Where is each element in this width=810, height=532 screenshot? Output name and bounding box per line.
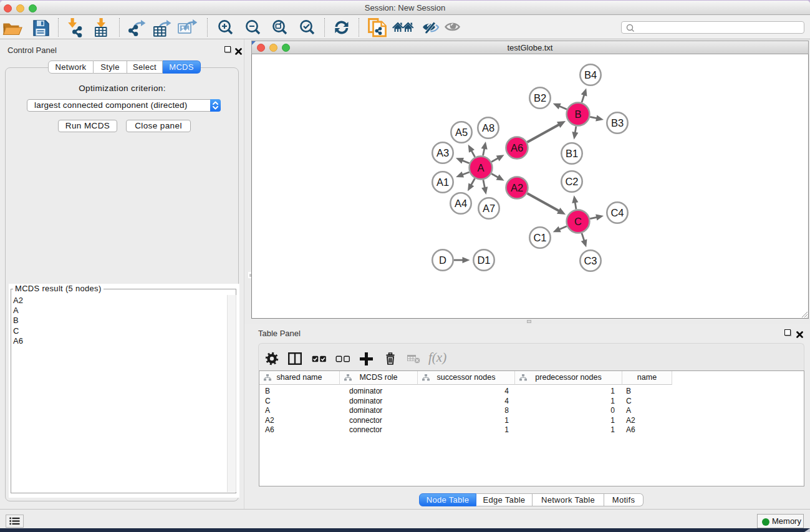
svg-text:A1: A1 bbox=[436, 177, 449, 188]
svg-text:B3: B3 bbox=[611, 117, 624, 128]
svg-text:A6: A6 bbox=[511, 142, 523, 153]
svg-text:A2: A2 bbox=[511, 182, 523, 193]
svg-text:B1: B1 bbox=[566, 148, 578, 159]
svg-text:B4: B4 bbox=[584, 69, 597, 80]
svg-text:A7: A7 bbox=[483, 203, 495, 214]
svg-text:C: C bbox=[574, 216, 582, 227]
svg-text:B: B bbox=[574, 109, 581, 120]
svg-text:C4: C4 bbox=[610, 207, 624, 218]
svg-text:C1: C1 bbox=[533, 232, 546, 243]
svg-text:A3: A3 bbox=[436, 147, 449, 158]
svg-text:D: D bbox=[439, 254, 446, 266]
svg-text:C3: C3 bbox=[584, 255, 597, 266]
svg-text:B2: B2 bbox=[534, 92, 546, 104]
svg-text:D1: D1 bbox=[477, 254, 490, 266]
svg-text:A4: A4 bbox=[455, 198, 467, 209]
svg-text:C2: C2 bbox=[565, 176, 578, 187]
svg-text:A: A bbox=[477, 162, 484, 173]
svg-text:A5: A5 bbox=[455, 127, 468, 138]
svg-text:A8: A8 bbox=[482, 122, 494, 133]
